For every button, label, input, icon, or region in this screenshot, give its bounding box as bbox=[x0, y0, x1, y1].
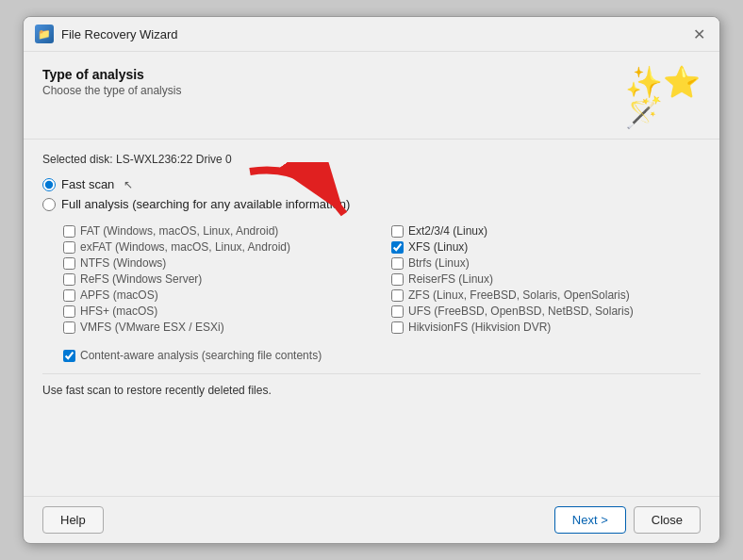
fs-fat-checkbox[interactable] bbox=[63, 225, 75, 238]
content-area: Selected disk: LS-WXL236:22 Drive 0 Fast… bbox=[24, 140, 719, 496]
fs-btrfs-checkbox[interactable] bbox=[391, 257, 404, 270]
fs-reiserfs-checkbox[interactable] bbox=[391, 273, 404, 286]
fs-reiserfs[interactable]: ReiserFS (Linux) bbox=[391, 272, 701, 286]
dialog-window: 📁 File Recovery Wizard ✕ Type of analysi… bbox=[23, 16, 720, 544]
fs-refs[interactable]: ReFS (Windows Server) bbox=[63, 272, 372, 286]
fs-ntfs-checkbox[interactable] bbox=[63, 257, 75, 270]
fs-reiserfs-label: ReiserFS (Linux) bbox=[408, 272, 493, 286]
help-button[interactable]: Help bbox=[42, 506, 104, 534]
scan-options: Fast scan ↖ Full analysis (searching for… bbox=[42, 177, 701, 211]
fs-hikvision-checkbox[interactable] bbox=[391, 321, 404, 334]
hint-text: Use fast scan to restore recently delete… bbox=[42, 373, 701, 397]
dialog-title: File Recovery Wizard bbox=[61, 27, 178, 41]
page-title: Type of analysis bbox=[42, 67, 181, 82]
fs-refs-checkbox[interactable] bbox=[63, 273, 75, 286]
full-analysis-radio[interactable] bbox=[42, 198, 56, 211]
fs-xfs[interactable]: XFS (Linux) bbox=[391, 240, 701, 254]
footer: Help Next > Close bbox=[24, 496, 719, 543]
red-arrow-indicator bbox=[231, 162, 363, 238]
fs-refs-label: ReFS (Windows Server) bbox=[80, 272, 202, 286]
fs-vmfs[interactable]: VMFS (VMware ESX / ESXi) bbox=[63, 321, 372, 334]
page-subtitle: Choose the type of analysis bbox=[42, 84, 181, 97]
cursor-icon: ↖ bbox=[124, 178, 133, 191]
app-icon: 📁 bbox=[35, 25, 54, 43]
fs-ext234[interactable]: Ext2/3/4 (Linux) bbox=[391, 224, 701, 238]
fs-exfat-checkbox[interactable] bbox=[63, 241, 75, 254]
filesystem-options: FAT (Windows, macOS, Linux, Android) Ext… bbox=[63, 219, 701, 339]
footer-right-buttons: Next > Close bbox=[554, 506, 701, 534]
fs-hfsplus-checkbox[interactable] bbox=[63, 305, 75, 318]
fs-btrfs[interactable]: Btrfs (Linux) bbox=[391, 256, 701, 270]
full-analysis-option[interactable]: Full analysis (searching for any availab… bbox=[42, 197, 701, 211]
fast-scan-label[interactable]: Fast scan bbox=[61, 177, 114, 191]
fs-zfs-checkbox[interactable] bbox=[391, 289, 404, 302]
fs-exfat-label: exFAT (Windows, macOS, Linux, Android) bbox=[80, 240, 290, 254]
fs-btrfs-label: Btrfs (Linux) bbox=[408, 256, 470, 270]
fs-zfs-label: ZFS (Linux, FreeBSD, Solaris, OpenSolari… bbox=[408, 288, 630, 302]
fs-ntfs-label: NTFS (Windows) bbox=[80, 256, 166, 270]
fs-ext234-checkbox[interactable] bbox=[391, 225, 404, 238]
content-aware-label[interactable]: Content-aware analysis (searching file c… bbox=[80, 349, 322, 362]
fs-apfs[interactable]: APFS (macOS) bbox=[63, 288, 372, 302]
fs-apfs-checkbox[interactable] bbox=[63, 289, 75, 302]
title-bar-left: 📁 File Recovery Wizard bbox=[35, 25, 178, 43]
fs-ufs-label: UFS (FreeBSD, OpenBSD, NetBSD, Solaris) bbox=[408, 305, 634, 318]
fs-xfs-label: XFS (Linux) bbox=[408, 240, 468, 254]
content-aware-option[interactable]: Content-aware analysis (searching file c… bbox=[63, 349, 701, 362]
close-button[interactable]: Close bbox=[634, 506, 701, 534]
fs-hikvision-label: HikvisionFS (Hikvision DVR) bbox=[408, 321, 551, 334]
fast-scan-option[interactable]: Fast scan ↖ bbox=[42, 177, 701, 191]
content-aware-checkbox[interactable] bbox=[63, 350, 75, 362]
window-close-button[interactable]: ✕ bbox=[689, 25, 708, 43]
fs-ufs-checkbox[interactable] bbox=[391, 305, 404, 318]
title-bar: 📁 File Recovery Wizard ✕ bbox=[24, 17, 719, 52]
fast-scan-radio[interactable] bbox=[42, 178, 56, 191]
fs-ext234-label: Ext2/3/4 (Linux) bbox=[408, 224, 487, 238]
fs-vmfs-label: VMFS (VMware ESX / ESXi) bbox=[80, 321, 224, 334]
wizard-icon: ✨⭐🪄 bbox=[625, 67, 701, 127]
fs-apfs-label: APFS (macOS) bbox=[80, 288, 158, 302]
fs-vmfs-checkbox[interactable] bbox=[63, 321, 75, 334]
fs-xfs-checkbox[interactable] bbox=[391, 241, 404, 254]
selected-disk-label: Selected disk: LS-WXL236:22 Drive 0 bbox=[42, 153, 701, 166]
next-button[interactable]: Next > bbox=[554, 506, 626, 534]
fs-hfsplus-label: HFS+ (macOS) bbox=[80, 305, 157, 318]
fs-ntfs[interactable]: NTFS (Windows) bbox=[63, 256, 372, 270]
fs-hfsplus[interactable]: HFS+ (macOS) bbox=[63, 305, 372, 318]
header-text: Type of analysis Choose the type of anal… bbox=[42, 67, 181, 97]
fs-zfs[interactable]: ZFS (Linux, FreeBSD, Solaris, OpenSolari… bbox=[391, 288, 701, 302]
fs-ufs[interactable]: UFS (FreeBSD, OpenBSD, NetBSD, Solaris) bbox=[391, 305, 701, 318]
header-section: Type of analysis Choose the type of anal… bbox=[24, 52, 719, 140]
fs-hikvision[interactable]: HikvisionFS (Hikvision DVR) bbox=[391, 321, 701, 334]
fs-exfat[interactable]: exFAT (Windows, macOS, Linux, Android) bbox=[63, 240, 372, 254]
